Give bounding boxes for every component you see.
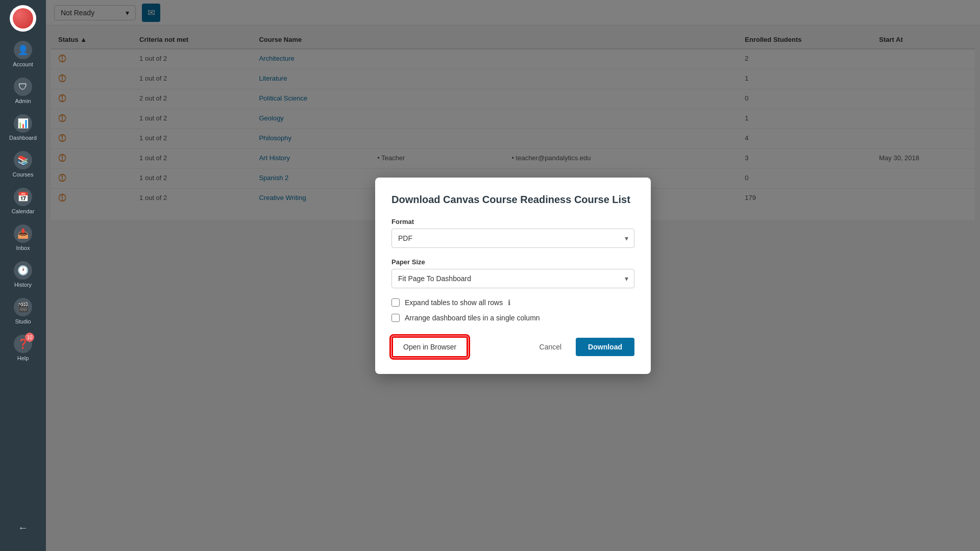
sidebar-item-label: Studio [15, 318, 31, 324]
account-icon: 👤 [14, 41, 32, 59]
sidebar-item-label: Courses [13, 171, 34, 178]
app-logo [10, 5, 36, 32]
sidebar-collapse-button[interactable]: ← [18, 515, 28, 541]
format-select[interactable]: PDF CSV Excel [391, 229, 634, 248]
format-label: Format [391, 218, 634, 226]
single-column-checkbox[interactable] [391, 314, 400, 322]
paper-size-select-wrapper: Fit Page To Dashboard Letter A4 ▾ [391, 269, 634, 288]
help-icon: ❓ 10 [14, 335, 32, 353]
courses-icon: 📚 [14, 151, 32, 169]
modal-overlay: Download Canvas Course Readiness Course … [46, 0, 980, 551]
sidebar-item-dashboard[interactable]: 📊 Dashboard [0, 109, 46, 146]
format-select-wrapper: PDF CSV Excel ▾ [391, 229, 634, 248]
main-area: Not Ready ▾ ✉ Status ▲ Criteria not met … [46, 0, 980, 551]
info-icon[interactable]: ℹ [508, 298, 510, 307]
sidebar-item-label: History [14, 282, 32, 288]
sidebar: 👤 Account 🛡 Admin 📊 Dashboard 📚 Courses … [0, 0, 46, 551]
sidebar-item-inbox[interactable]: 📥 Inbox [0, 219, 46, 256]
sidebar-item-help[interactable]: ❓ 10 Help [0, 330, 46, 366]
expand-tables-label: Expand tables to show all rows [405, 298, 503, 307]
sidebar-item-label: Account [13, 61, 33, 67]
paper-size-label: Paper Size [391, 258, 634, 266]
history-icon: 🕐 [14, 261, 32, 280]
sidebar-item-courses[interactable]: 📚 Courses [0, 146, 46, 183]
download-modal: Download Canvas Course Readiness Course … [375, 178, 651, 374]
sidebar-item-account[interactable]: 👤 Account [0, 36, 46, 72]
single-column-label: Arrange dashboard tiles in a single colu… [405, 314, 540, 322]
sidebar-item-studio[interactable]: 🎬 Studio [0, 293, 46, 330]
inbox-icon: 📥 [14, 224, 32, 243]
sidebar-item-history[interactable]: 🕐 History [0, 256, 46, 293]
sidebar-item-label: Dashboard [9, 135, 37, 141]
expand-tables-row: Expand tables to show all rows ℹ [391, 298, 634, 307]
sidebar-item-calendar[interactable]: 📅 Calendar [0, 183, 46, 219]
sidebar-item-label: Inbox [16, 245, 30, 251]
sidebar-item-label: Help [17, 355, 29, 361]
modal-footer: Open in Browser Cancel Download [391, 336, 634, 358]
dashboard-icon: 📊 [14, 114, 32, 133]
sidebar-item-admin[interactable]: 🛡 Admin [0, 72, 46, 109]
single-column-row: Arrange dashboard tiles in a single colu… [391, 314, 634, 322]
calendar-icon: 📅 [14, 188, 32, 206]
sidebar-item-label: Admin [15, 98, 31, 104]
download-button[interactable]: Download [576, 338, 634, 356]
modal-footer-right: Cancel Download [531, 338, 634, 356]
cancel-button[interactable]: Cancel [531, 338, 570, 356]
sidebar-item-label: Calendar [12, 208, 35, 214]
paper-size-select[interactable]: Fit Page To Dashboard Letter A4 [391, 269, 634, 288]
help-badge: 10 [25, 333, 34, 342]
open-in-browser-button[interactable]: Open in Browser [391, 336, 468, 358]
modal-title: Download Canvas Course Readiness Course … [391, 194, 634, 206]
studio-icon: 🎬 [14, 298, 32, 316]
expand-tables-checkbox[interactable] [391, 298, 400, 307]
admin-icon: 🛡 [14, 78, 32, 96]
